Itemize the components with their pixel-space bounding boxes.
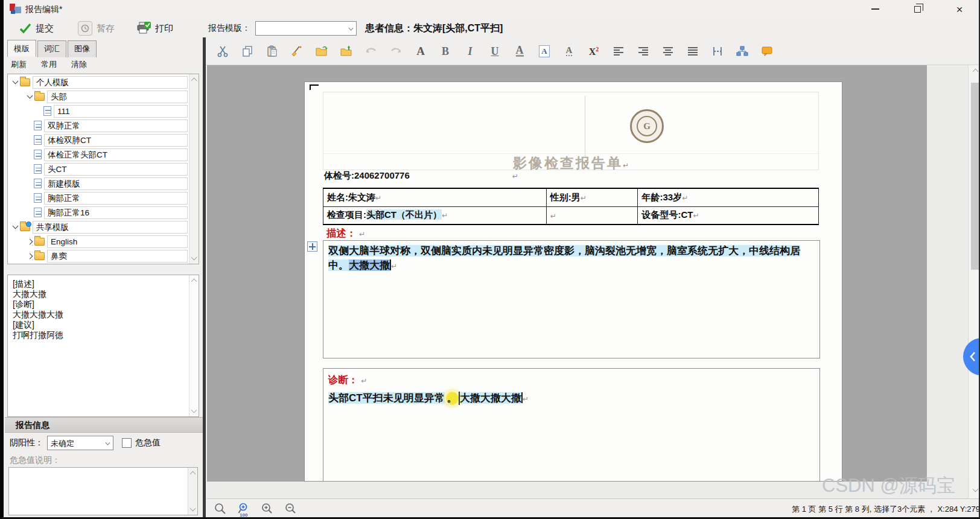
age-cell[interactable]: 年龄:33岁 [638, 188, 819, 206]
scroll-down-icon[interactable] [190, 506, 196, 511]
tree-item-head-ct[interactable]: 头CT [8, 162, 188, 176]
tree-item-chest-normal[interactable]: 胸部正常 [8, 191, 188, 205]
refresh-button[interactable]: 刷新 [11, 59, 27, 70]
scrollbar-thumb[interactable] [971, 83, 980, 270]
diagnosis-editor[interactable]: 诊断： 头部CT平扫未见明显异常。大撒大撒大撒 [323, 368, 820, 482]
tree-item-checkup-lungs-ct[interactable]: 体检双肺CT [8, 133, 188, 147]
chevron-right-icon[interactable] [27, 238, 33, 244]
open-file-icon[interactable] [314, 44, 329, 59]
italic-icon[interactable]: I [463, 44, 477, 59]
device-cell[interactable]: 设备型号:CT [638, 206, 819, 224]
common-button[interactable]: 常用 [41, 59, 57, 70]
critical-desc-scrollbar[interactable] [188, 468, 197, 515]
align-right-icon[interactable] [636, 44, 651, 59]
align-left-icon[interactable] [611, 44, 626, 59]
empty-cell[interactable] [546, 206, 638, 224]
zoom-select-icon[interactable] [213, 501, 228, 516]
char-border-icon[interactable]: A [537, 44, 552, 59]
superscript-icon[interactable]: X2 [587, 44, 601, 59]
yinyang-select[interactable]: 未确定 [47, 436, 113, 450]
editor-toolbar: A B I U A A A X2 [206, 37, 980, 65]
scroll-down-icon[interactable] [191, 255, 197, 260]
tree-scrollbar[interactable] [189, 74, 199, 264]
scroll-down-icon[interactable] [191, 407, 197, 413]
zoom-100-icon[interactable]: 100 [237, 501, 251, 516]
tab-vocabulary[interactable]: 词汇 [37, 40, 66, 57]
minimize-button[interactable] [867, 2, 883, 16]
cell-mark [442, 211, 448, 220]
tab-image[interactable]: 图像 [68, 40, 97, 57]
tree-item-head-folder[interactable]: 头部 [8, 89, 188, 104]
name-cell[interactable]: 姓名:朱文涛 [323, 188, 547, 206]
gender-cell[interactable]: 性别:男 [546, 188, 638, 206]
report-template-select[interactable] [255, 21, 357, 36]
draft-button[interactable]: 暂存 [78, 21, 115, 36]
tree-item-sinus[interactable]: 鼻窦 [8, 249, 188, 263]
cut-icon[interactable] [215, 44, 230, 59]
format-painter-icon[interactable] [290, 44, 304, 59]
diagnosis-line: 头部CT平扫未见明显异常。大撒大撒大撒 [328, 390, 815, 406]
paste-icon[interactable] [265, 44, 279, 59]
paragraph-mark [359, 230, 365, 238]
scroll-up-icon[interactable] [191, 78, 197, 83]
tab-template[interactable]: 模版 [7, 40, 36, 57]
font-icon[interactable]: A [413, 44, 428, 59]
underline-icon[interactable]: U [488, 44, 502, 59]
undo-icon[interactable] [364, 44, 378, 59]
scroll-down-icon[interactable] [973, 486, 978, 492]
sidebar-divider [203, 37, 206, 517]
comment-icon[interactable] [760, 44, 774, 59]
tree-item-checkup-normal-head-ct[interactable]: 体检正常头部CT [8, 147, 188, 162]
redo-icon[interactable] [389, 44, 403, 59]
scroll-up-icon[interactable] [191, 279, 197, 284]
template-preview-panel[interactable]: [描述] 大撒大撒 [诊断] 大撒大撒大撒 [建议] 打啊打撒阿德 [7, 275, 199, 417]
zoom-in-icon[interactable] [260, 501, 275, 516]
tree-item-111[interactable]: 111 [8, 104, 188, 118]
copy-icon[interactable] [240, 44, 255, 59]
preview-scrollbar[interactable] [189, 275, 199, 416]
preview-line: [描述] [13, 279, 186, 289]
page-break-icon[interactable] [710, 44, 725, 59]
critical-desc-textarea[interactable] [8, 467, 198, 515]
paragraph-mark [361, 377, 367, 385]
tree-item-personal-templates[interactable]: 个人模版 [8, 75, 188, 89]
bold-icon[interactable]: B [438, 44, 453, 59]
preview-line: 大撒大撒大撒 [13, 310, 186, 320]
cell-mark [581, 194, 587, 202]
justify-icon[interactable] [686, 44, 700, 59]
tree-item-english[interactable]: English [8, 234, 188, 249]
scroll-up-icon[interactable] [973, 69, 978, 74]
tree-item-shared-templates[interactable]: 共享模版 [8, 220, 188, 234]
import-file-icon[interactable] [339, 44, 354, 59]
chevron-right-icon[interactable] [27, 253, 33, 259]
print-button[interactable]: 打印 [136, 22, 173, 35]
diagnosis-section-label: 诊断： [328, 372, 815, 388]
chevron-down-icon [106, 441, 110, 445]
chevron-down-icon[interactable] [13, 223, 19, 229]
critical-desc-label: 危急值说明： [10, 455, 60, 466]
move-handle-icon[interactable] [307, 241, 317, 252]
description-editor[interactable]: 双侧大脑半球对称，双侧脑实质内未见明显异常密度影，脑沟裂池无增宽，脑室系统无扩大… [323, 240, 820, 358]
tree-item-lungs-normal[interactable]: 双肺正常 [8, 118, 188, 133]
chevron-down-icon[interactable] [13, 78, 19, 84]
zoom-out-icon[interactable] [284, 501, 298, 516]
tree-item-chest-normal-16[interactable]: 胸部正常16 [8, 205, 188, 220]
insert-component-icon[interactable] [735, 44, 749, 59]
restore-button[interactable] [909, 2, 926, 16]
scroll-up-icon[interactable] [190, 471, 196, 477]
report-page[interactable]: G 影像检查报告单 体检号:24062700776 姓名:朱文涛 性别:男 年龄… [304, 81, 842, 482]
exam-item-cell[interactable]: 检查项目:头部CT（不出片） [323, 206, 547, 224]
align-center-icon[interactable] [661, 44, 675, 59]
exam-number: 体检号:24062700776 [324, 170, 518, 182]
close-button[interactable]: × [951, 2, 968, 16]
clear-button[interactable]: 清除 [71, 59, 87, 70]
char-shading-icon[interactable]: A [562, 44, 576, 59]
document-scrollbar[interactable] [968, 65, 980, 498]
template-tree: 个人模版 头部 111 双肺正常 体检双肺CT 体检正常头部CT 头CT 新建模… [7, 74, 199, 264]
chevron-down-icon[interactable] [27, 93, 33, 99]
critical-value-checkbox[interactable] [122, 438, 132, 448]
tree-item-new-template[interactable]: 新建模版 [8, 176, 188, 191]
submit-button[interactable]: 提交 [19, 23, 54, 34]
document-canvas[interactable]: G 影像检查报告单 体检号:24062700776 姓名:朱文涛 性别:男 年龄… [207, 65, 927, 482]
font-color-icon[interactable]: A [512, 44, 527, 59]
